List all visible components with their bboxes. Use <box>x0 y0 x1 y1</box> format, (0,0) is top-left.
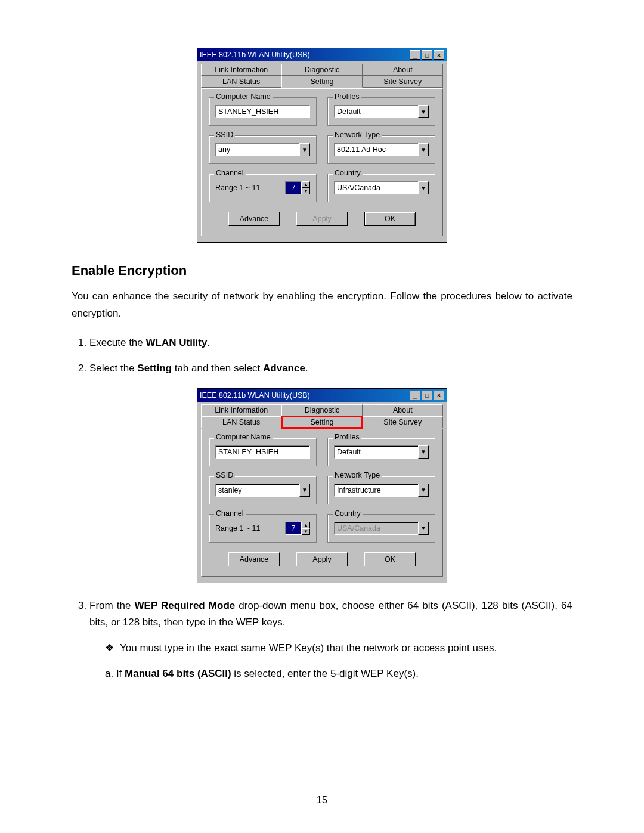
group-profiles: Profiles Default ▼ <box>327 97 435 126</box>
group-channel: Channel Range 1 ~ 11 7 ▲ ▼ <box>209 174 317 202</box>
channel-range-text: Range 1 ~ 11 <box>215 524 280 532</box>
tab-diagnostic[interactable]: Diagnostic <box>281 64 362 76</box>
tab-site-survey[interactable]: Site Survey <box>363 416 443 428</box>
ssid-label: SSID <box>214 131 235 139</box>
country-label: Country <box>333 509 363 518</box>
step-3: From the WEP Required Mode drop-down men… <box>89 597 572 683</box>
tab-link-information[interactable]: Link Information <box>201 64 281 76</box>
page-number: 15 <box>0 795 644 806</box>
channel-range-text: Range 1 ~ 11 <box>215 184 280 192</box>
group-channel: Channel Range 1 ~ 11 7 ▲ ▼ <box>209 514 317 543</box>
network-type-select[interactable]: 802.11 Ad Hoc ▼ <box>334 143 429 156</box>
group-computer-name: Computer Name STANLEY_HSIEH <box>209 438 317 466</box>
step-3-bullet: ❖ You must type in the exact same WEP Ke… <box>105 640 572 657</box>
maximize-icon[interactable]: □ <box>422 50 432 60</box>
apply-button[interactable]: Apply <box>296 212 348 226</box>
profiles-select[interactable]: Default ▼ <box>334 445 429 459</box>
group-network-type: Network Type 802.11 Ad Hoc ▼ <box>327 135 435 164</box>
step-2: Select the Setting tab and then select A… <box>89 360 572 377</box>
apply-button[interactable]: Apply <box>296 552 348 566</box>
titlebar[interactable]: IEEE 802.11b WLAN Utility(USB) _ □ ✕ <box>197 48 447 61</box>
group-country: Country USA/Canada ▼ <box>327 174 435 202</box>
advance-button[interactable]: Advance <box>228 212 280 226</box>
channel-value: 7 <box>285 181 302 194</box>
titlebar[interactable]: IEEE 802.11b WLAN Utility(USB) _ □ ✕ <box>197 389 447 402</box>
advance-button[interactable]: Advance <box>228 552 280 566</box>
channel-stepper[interactable]: 7 ▲ ▼ <box>285 522 310 535</box>
diamond-icon: ❖ <box>105 640 114 657</box>
chevron-down-icon: ▼ <box>418 522 429 535</box>
computer-name-field[interactable]: STANLEY_HSIEH <box>215 105 310 118</box>
tab-setting[interactable]: Setting <box>281 416 362 428</box>
section-heading: Enable Encryption <box>72 263 572 278</box>
tab-strip: Link Information Diagnostic About LAN St… <box>201 64 443 88</box>
computer-name-label: Computer Name <box>214 92 273 101</box>
window-title: IEEE 802.11b WLAN Utility(USB) <box>200 391 408 400</box>
window-title: IEEE 802.11b WLAN Utility(USB) <box>200 51 408 59</box>
channel-stepper[interactable]: 7 ▲ ▼ <box>285 181 310 194</box>
profiles-value: Default <box>334 445 418 459</box>
channel-value: 7 <box>285 522 302 535</box>
close-icon[interactable]: ✕ <box>434 391 444 400</box>
country-select: USA/Canada ▼ <box>334 522 429 535</box>
spin-up-icon[interactable]: ▲ <box>302 522 310 528</box>
ok-button[interactable]: OK <box>364 212 416 226</box>
channel-label: Channel <box>214 169 246 177</box>
intro-paragraph: You can enhance the security of network … <box>72 288 572 323</box>
group-profiles: Profiles Default ▼ <box>327 438 435 466</box>
minimize-icon[interactable]: _ <box>410 50 420 60</box>
group-ssid: SSID stanley ▼ <box>209 476 317 504</box>
country-select[interactable]: USA/Canada ▼ <box>334 181 429 194</box>
tab-setting[interactable]: Setting <box>281 76 362 88</box>
group-ssid: SSID any ▼ <box>209 135 317 164</box>
channel-label: Channel <box>214 509 246 518</box>
profiles-label: Profiles <box>333 433 361 441</box>
network-type-select[interactable]: Infrastructure ▼ <box>334 484 429 497</box>
group-computer-name: Computer Name STANLEY_HSIEH <box>209 97 317 126</box>
minimize-icon[interactable]: _ <box>410 391 420 400</box>
network-type-label: Network Type <box>333 471 382 479</box>
network-type-value: Infrastructure <box>334 484 418 497</box>
chevron-down-icon[interactable]: ▼ <box>418 484 429 497</box>
tab-strip: Link Information Diagnostic About LAN St… <box>201 404 443 428</box>
tab-link-information[interactable]: Link Information <box>201 404 281 416</box>
tab-site-survey[interactable]: Site Survey <box>363 76 443 88</box>
maximize-icon[interactable]: □ <box>422 391 432 400</box>
chevron-down-icon[interactable]: ▼ <box>418 445 429 459</box>
tab-diagnostic[interactable]: Diagnostic <box>281 404 362 416</box>
group-network-type: Network Type Infrastructure ▼ <box>327 476 435 504</box>
tab-lan-status[interactable]: LAN Status <box>201 76 281 88</box>
ssid-value: stanley <box>215 484 299 497</box>
chevron-down-icon[interactable]: ▼ <box>299 143 310 156</box>
close-icon[interactable]: ✕ <box>434 50 444 60</box>
tab-about[interactable]: About <box>363 64 443 76</box>
country-value: USA/Canada <box>334 522 418 535</box>
tab-panel-setting: Computer Name STANLEY_HSIEH Profiles Def… <box>201 88 443 236</box>
tab-about[interactable]: About <box>363 404 443 416</box>
steps-list: Execute the WLAN Utility. Select the Set… <box>72 335 572 377</box>
profiles-value: Default <box>334 105 418 118</box>
computer-name-label: Computer Name <box>214 433 273 441</box>
ok-button[interactable]: OK <box>364 552 416 566</box>
ssid-select[interactable]: any ▼ <box>215 143 310 156</box>
chevron-down-icon[interactable]: ▼ <box>299 484 310 497</box>
country-value: USA/Canada <box>334 181 418 194</box>
step-1: Execute the WLAN Utility. <box>89 335 572 352</box>
chevron-down-icon[interactable]: ▼ <box>418 143 429 156</box>
spin-down-icon[interactable]: ▼ <box>302 188 310 194</box>
tab-lan-status[interactable]: LAN Status <box>201 416 281 428</box>
spin-down-icon[interactable]: ▼ <box>302 528 310 535</box>
spin-up-icon[interactable]: ▲ <box>302 181 310 188</box>
group-country: Country USA/Canada ▼ <box>327 514 435 543</box>
chevron-down-icon[interactable]: ▼ <box>418 181 429 194</box>
network-type-value: 802.11 Ad Hoc <box>334 143 418 156</box>
profiles-select[interactable]: Default ▼ <box>334 105 429 118</box>
profiles-label: Profiles <box>333 92 361 101</box>
steps-list-cont: From the WEP Required Mode drop-down men… <box>72 597 572 683</box>
ssid-value: any <box>215 143 299 156</box>
ssid-select[interactable]: stanley ▼ <box>215 484 310 497</box>
computer-name-field[interactable]: STANLEY_HSIEH <box>215 445 310 459</box>
chevron-down-icon[interactable]: ▼ <box>418 105 429 118</box>
wlan-utility-window-1: IEEE 802.11b WLAN Utility(USB) _ □ ✕ Lin… <box>197 48 447 243</box>
ssid-label: SSID <box>214 471 235 479</box>
